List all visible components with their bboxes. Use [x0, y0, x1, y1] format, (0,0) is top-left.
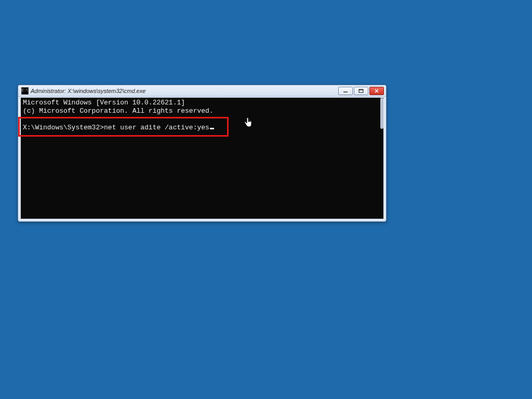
terminal-output-line: (c) Microsoft Corporation. All rights re… — [23, 107, 381, 115]
scrollbar-thumb[interactable] — [380, 98, 383, 129]
cmd-icon-text: C:\ — [22, 89, 29, 92]
minimize-button[interactable] — [338, 87, 353, 95]
terminal-output-line: Microsoft Windows [Version 10.0.22621.1] — [23, 99, 381, 107]
text-cursor — [210, 128, 214, 129]
terminal-prompt-line: X:\Windows\System32>net user adite /acti… — [23, 124, 381, 132]
command-input-text[interactable]: net user adite /active:yes — [104, 124, 209, 132]
maximize-button[interactable] — [354, 87, 368, 95]
window-title: Administrator: X:\windows\system32\cmd.e… — [31, 88, 145, 94]
cmd-window: C:\ Administrator: X:\windows\system32\c… — [18, 85, 387, 222]
window-buttons — [338, 87, 384, 95]
titlebar[interactable]: C:\ Administrator: X:\windows\system32\c… — [18, 85, 386, 97]
prompt-text: X:\Windows\System32> — [23, 124, 104, 132]
cmd-icon: C:\ — [21, 87, 29, 95]
terminal-blank-line — [23, 115, 381, 124]
terminal-area[interactable]: Microsoft Windows [Version 10.0.22621.1]… — [21, 98, 383, 219]
close-button[interactable] — [369, 87, 384, 95]
